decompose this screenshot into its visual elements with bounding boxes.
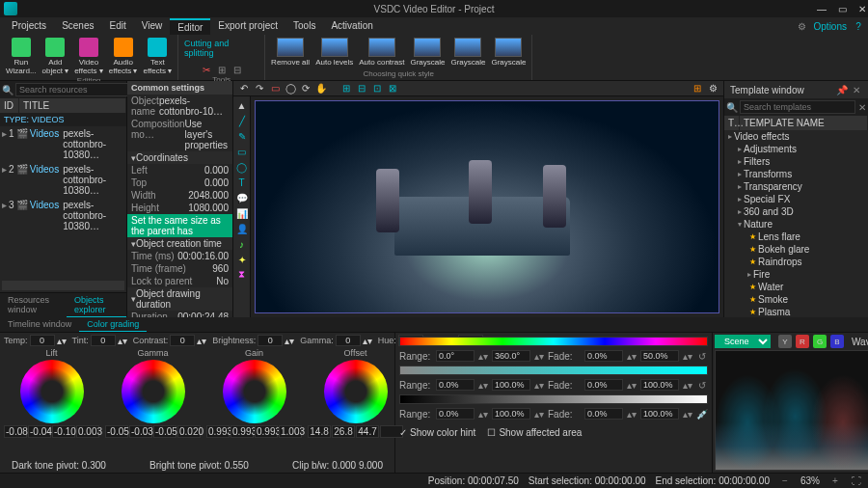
menu-edit[interactable]: Edit bbox=[101, 18, 133, 35]
ribbon-run[interactable]: RunWizard... bbox=[4, 37, 39, 76]
person-icon[interactable]: 👤 bbox=[235, 222, 249, 235]
cutting-splitting-link[interactable]: Cutting and splitting bbox=[182, 37, 260, 60]
options-link[interactable]: Options bbox=[814, 21, 847, 32]
settings-icon[interactable]: ⚙ bbox=[706, 82, 719, 95]
menu-activation[interactable]: Activation bbox=[323, 18, 380, 35]
ellipse-tool-icon[interactable]: ◯ bbox=[235, 160, 249, 174]
param-brightness[interactable]: 0 bbox=[258, 335, 283, 346]
param-tint[interactable]: 0 bbox=[91, 335, 116, 346]
same-size-button[interactable]: Set the same size as the parent has bbox=[127, 214, 232, 237]
template-360-and-3d[interactable]: ▸360 and 3D bbox=[724, 205, 868, 218]
close-button[interactable]: ✕ bbox=[858, 4, 866, 14]
tool-icon[interactable]: ⊟ bbox=[231, 64, 243, 75]
template-water[interactable]: ★Water bbox=[724, 281, 868, 293]
menu-view[interactable]: View bbox=[134, 18, 171, 35]
resource-row[interactable]: ▸3🎬Videospexels-cottonbro-10380… bbox=[0, 198, 126, 233]
param-temp[interactable]: 0 bbox=[30, 335, 55, 346]
param-gamma[interactable]: 0 bbox=[336, 335, 361, 346]
template-lens-flare[interactable]: ★Lens flare bbox=[724, 230, 868, 243]
tab-objects-explorer[interactable]: Objects explorer bbox=[67, 293, 126, 317]
template-fire[interactable]: ▸Fire bbox=[724, 268, 868, 281]
template-plasma[interactable]: ★Plasma bbox=[724, 306, 868, 317]
scope-y-button[interactable]: Y bbox=[778, 335, 792, 348]
pointer-icon[interactable]: ▲ bbox=[235, 98, 249, 112]
menu-tools[interactable]: Tools bbox=[285, 18, 323, 35]
quickstyle-auto-levels[interactable]: Auto levels bbox=[313, 37, 355, 68]
hand-icon[interactable]: ✋ bbox=[314, 82, 328, 95]
menu-scenes[interactable]: Scenes bbox=[54, 18, 101, 35]
fade-hue-b[interactable] bbox=[640, 350, 679, 362]
cut-icon[interactable]: ✂ bbox=[201, 64, 212, 75]
maximize-button[interactable]: ▭ bbox=[838, 4, 847, 14]
ribbon-text[interactable]: Texteffects ▾ bbox=[141, 37, 174, 76]
template-smoke[interactable]: ★Smoke bbox=[724, 293, 868, 306]
rect-tool-icon[interactable]: ▭ bbox=[235, 145, 249, 158]
template-transforms[interactable]: ▸Transforms bbox=[724, 168, 868, 180]
menu-export-project[interactable]: Export project bbox=[210, 18, 285, 35]
scope-r-button[interactable]: R bbox=[796, 335, 809, 348]
quickstyle-grayscale[interactable]: Grayscale bbox=[448, 37, 487, 68]
tool-icon[interactable]: ⊞ bbox=[216, 64, 228, 75]
search-resources-input[interactable] bbox=[15, 83, 131, 96]
tab-timeline[interactable]: Timeline window bbox=[0, 317, 79, 332]
range-hue-a[interactable] bbox=[436, 350, 475, 362]
section-coordinates[interactable]: ▾ Coordinates bbox=[127, 151, 232, 164]
eyedropper-icon[interactable]: 💉 bbox=[696, 408, 708, 420]
preview-viewport[interactable] bbox=[251, 96, 723, 317]
audio-icon[interactable]: ♪ bbox=[235, 237, 249, 251]
ribbon-audio[interactable]: Audioeffects ▾ bbox=[107, 37, 140, 76]
tooltip-icon[interactable]: 💬 bbox=[235, 191, 249, 204]
circle-icon[interactable]: ◯ bbox=[284, 82, 297, 95]
align-icon[interactable]: ⊡ bbox=[370, 82, 384, 95]
template-bokeh-glare[interactable]: ★Bokeh glare bbox=[724, 243, 868, 256]
ribbon-add[interactable]: Addobject ▾ bbox=[41, 37, 71, 76]
align-icon[interactable]: ⊠ bbox=[386, 82, 399, 95]
scope-b-button[interactable]: B bbox=[830, 335, 844, 348]
scrollbar[interactable] bbox=[2, 281, 124, 290]
lum-bar[interactable] bbox=[399, 394, 708, 404]
color-wheel-gain[interactable] bbox=[223, 360, 286, 423]
reset-icon[interactable]: ↺ bbox=[696, 350, 708, 362]
fit-icon[interactable]: ⛶ bbox=[851, 475, 862, 487]
counter-icon[interactable]: ⧗ bbox=[235, 268, 249, 282]
template-transparency[interactable]: ▸Transparency bbox=[724, 180, 868, 193]
show-area-checkbox[interactable]: ☐Show affected area bbox=[487, 427, 582, 438]
template-filters[interactable]: ▸Filters bbox=[724, 155, 868, 168]
help-icon[interactable]: ? bbox=[853, 20, 864, 32]
template-video-effects[interactable]: ▸Video effects bbox=[724, 130, 868, 143]
scope-mode[interactable]: Wave bbox=[852, 337, 868, 347]
close-panel-icon[interactable]: ✕ bbox=[851, 84, 862, 95]
align-icon[interactable]: ⊞ bbox=[339, 82, 353, 95]
grid-icon[interactable]: ⊞ bbox=[691, 82, 704, 95]
sat-bar[interactable] bbox=[399, 366, 708, 375]
template-adjustments[interactable]: ▸Adjustments bbox=[724, 143, 868, 155]
line-icon[interactable]: ╱ bbox=[235, 114, 249, 127]
scope-g-button[interactable]: G bbox=[813, 335, 827, 348]
search-templates-input[interactable] bbox=[740, 100, 855, 114]
hue-bar[interactable] bbox=[399, 337, 708, 346]
zoom-out-icon[interactable]: − bbox=[779, 475, 791, 487]
tab-resources[interactable]: Resources window bbox=[0, 293, 67, 317]
resource-row[interactable]: ▸1🎬Videospexels-cottonbro-10380… bbox=[0, 126, 126, 162]
quickstyle-grayscale[interactable]: Grayscale bbox=[408, 37, 447, 68]
quickstyle-auto-contrast[interactable]: Auto contrast bbox=[357, 37, 406, 68]
scope-select[interactable]: Scene bbox=[715, 335, 771, 348]
param-contrast[interactable]: 0 bbox=[170, 335, 195, 346]
col-id[interactable]: ID bbox=[0, 98, 19, 113]
zoom-in-icon[interactable]: + bbox=[829, 475, 841, 487]
quickstyle-remove-all[interactable]: Remove all bbox=[269, 37, 312, 68]
text-tool-icon[interactable]: T bbox=[235, 176, 249, 189]
pin-icon[interactable]: 📌 bbox=[836, 84, 848, 95]
color-wheel-offset[interactable] bbox=[324, 360, 388, 423]
bright-pivot-value[interactable]: 0.550 bbox=[225, 460, 249, 471]
section-creation-time[interactable]: ▾ Object creation time bbox=[127, 237, 232, 250]
sparkle-icon[interactable]: ✦ bbox=[235, 253, 249, 266]
show-hint-checkbox[interactable]: ✓Show color hint bbox=[399, 427, 475, 438]
menu-projects[interactable]: Projects bbox=[4, 18, 54, 35]
undo-icon[interactable]: ↶ bbox=[237, 82, 251, 95]
fade-hue-a[interactable] bbox=[584, 350, 623, 362]
range-hue-b[interactable] bbox=[492, 350, 530, 362]
pen-icon[interactable]: ✎ bbox=[235, 129, 249, 143]
col-title[interactable]: TITLE bbox=[19, 98, 126, 113]
quickstyle-grayscale[interactable]: Grayscale bbox=[489, 37, 528, 68]
